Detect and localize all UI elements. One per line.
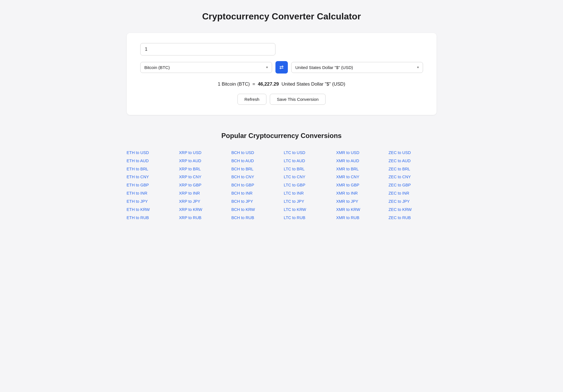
conversion-link[interactable]: ETH to RUB bbox=[127, 215, 149, 220]
from-currency-select[interactable]: Bitcoin (BTC) Ethereum (ETH) Litecoin (L… bbox=[144, 65, 264, 70]
popular-title: Popular Cryptocurrency Conversions bbox=[127, 132, 437, 140]
conversion-link[interactable]: XRP to KRW bbox=[179, 207, 202, 212]
swap-button[interactable]: ⇄ bbox=[275, 61, 288, 74]
conversion-link[interactable]: BCH to USD bbox=[232, 150, 254, 155]
conversion-link[interactable]: ZEC to JPY bbox=[389, 199, 410, 204]
conversion-link[interactable]: ETH to JPY bbox=[127, 199, 148, 204]
conversion-link[interactable]: XRP to AUD bbox=[179, 159, 201, 163]
conversion-link[interactable]: XRP to CNY bbox=[179, 175, 202, 179]
result-currency: United States Dollar "$" (USD) bbox=[281, 81, 345, 87]
result-label: 1 Bitcoin (BTC) bbox=[218, 81, 250, 87]
conversion-link[interactable]: BCH to INR bbox=[232, 191, 253, 195]
conversions-grid: ETH to USDETH to AUDETH to BRLETH to CNY… bbox=[127, 149, 437, 222]
selectors-row: Bitcoin (BTC) Ethereum (ETH) Litecoin (L… bbox=[140, 61, 423, 74]
conversion-link[interactable]: XRP to BRL bbox=[179, 167, 201, 171]
conversion-link[interactable]: XMR to GBP bbox=[336, 183, 359, 187]
conversion-link[interactable]: XMR to RUB bbox=[336, 215, 359, 220]
conversion-link[interactable]: LTC to CNY bbox=[284, 175, 306, 179]
conversion-link[interactable]: ETH to AUD bbox=[127, 159, 149, 163]
conversion-link[interactable]: ZEC to INR bbox=[389, 191, 410, 195]
conversion-link[interactable]: XRP to GBP bbox=[179, 183, 202, 187]
to-currency-wrapper[interactable]: United States Dollar "$" (USD) Euro (EUR… bbox=[291, 62, 423, 73]
conversion-link[interactable]: XRP to INR bbox=[179, 191, 200, 195]
conversion-column: BCH to USDBCH to AUDBCH to BRLBCH to CNY… bbox=[232, 149, 279, 222]
conversion-link[interactable]: ZEC to CNY bbox=[389, 175, 411, 179]
to-currency-select[interactable]: United States Dollar "$" (USD) Euro (EUR… bbox=[295, 65, 415, 70]
amount-input[interactable] bbox=[140, 43, 275, 55]
refresh-button[interactable]: Refresh bbox=[237, 94, 266, 105]
conversion-link[interactable]: LTC to JPY bbox=[284, 199, 304, 204]
conversion-column: ETH to USDETH to AUDETH to BRLETH to CNY… bbox=[127, 149, 175, 222]
conversion-column: LTC to USDLTC to AUDLTC to BRLLTC to CNY… bbox=[284, 149, 332, 222]
from-chevron-icon: ▾ bbox=[266, 65, 268, 69]
swap-icon: ⇄ bbox=[279, 64, 284, 70]
conversion-link[interactable]: BCH to BRL bbox=[232, 167, 253, 171]
save-button[interactable]: Save This Conversion bbox=[270, 94, 326, 105]
conversion-link[interactable]: BCH to CNY bbox=[232, 175, 254, 179]
conversion-link[interactable]: XRP to RUB bbox=[179, 215, 202, 220]
conversion-link[interactable]: ETH to CNY bbox=[127, 175, 149, 179]
conversion-link[interactable]: ETH to INR bbox=[127, 191, 148, 195]
conversion-link[interactable]: ZEC to GBP bbox=[389, 183, 411, 187]
equals-sign: = bbox=[252, 81, 255, 87]
conversion-link[interactable]: ETH to KRW bbox=[127, 207, 150, 212]
conversion-link[interactable]: XRP to JPY bbox=[179, 199, 201, 204]
conversion-link[interactable]: ZEC to KRW bbox=[389, 207, 412, 212]
conversion-link[interactable]: LTC to AUD bbox=[284, 159, 305, 163]
conversion-link[interactable]: BCH to JPY bbox=[232, 199, 253, 204]
converter-card: Bitcoin (BTC) Ethereum (ETH) Litecoin (L… bbox=[127, 33, 437, 115]
conversion-link[interactable]: ZEC to RUB bbox=[389, 215, 411, 220]
conversion-link[interactable]: LTC to GBP bbox=[284, 183, 306, 187]
conversion-link[interactable]: XRP to USD bbox=[179, 150, 202, 155]
conversion-link[interactable]: LTC to KRW bbox=[284, 207, 306, 212]
conversion-link[interactable]: ETH to USD bbox=[127, 150, 149, 155]
conversion-link[interactable]: ZEC to AUD bbox=[389, 159, 411, 163]
conversion-link[interactable]: BCH to RUB bbox=[232, 215, 254, 220]
conversion-link[interactable]: XMR to AUD bbox=[336, 159, 359, 163]
conversion-link[interactable]: LTC to INR bbox=[284, 191, 304, 195]
to-chevron-icon: ▾ bbox=[417, 65, 419, 69]
conversion-link[interactable]: LTC to RUB bbox=[284, 215, 306, 220]
conversion-column: ZEC to USDZEC to AUDZEC to BRLZEC to CNY… bbox=[389, 149, 437, 222]
conversion-link[interactable]: XMR to CNY bbox=[336, 175, 359, 179]
conversion-link[interactable]: LTC to USD bbox=[284, 150, 306, 155]
result-row: 1 Bitcoin (BTC) = 46,227.29 United State… bbox=[140, 81, 423, 87]
conversion-link[interactable]: XMR to INR bbox=[336, 191, 358, 195]
conversion-link[interactable]: XMR to JPY bbox=[336, 199, 358, 204]
conversion-link[interactable]: BCH to GBP bbox=[232, 183, 254, 187]
conversion-link[interactable]: BCH to KRW bbox=[232, 207, 255, 212]
conversion-link[interactable]: ZEC to BRL bbox=[389, 167, 410, 171]
conversion-column: XRP to USDXRP to AUDXRP to BRLXRP to CNY… bbox=[179, 149, 227, 222]
conversion-link[interactable]: XMR to BRL bbox=[336, 167, 359, 171]
conversion-link[interactable]: XMR to USD bbox=[336, 150, 359, 155]
conversion-link[interactable]: XMR to KRW bbox=[336, 207, 360, 212]
conversion-link[interactable]: ETH to GBP bbox=[127, 183, 149, 187]
conversion-column: XMR to USDXMR to AUDXMR to BRLXMR to CNY… bbox=[336, 149, 384, 222]
result-value: 46,227.29 bbox=[258, 81, 279, 87]
conversion-link[interactable]: ETH to BRL bbox=[127, 167, 148, 171]
conversion-link[interactable]: BCH to AUD bbox=[232, 159, 254, 163]
action-buttons: Refresh Save This Conversion bbox=[140, 94, 423, 105]
from-currency-wrapper[interactable]: Bitcoin (BTC) Ethereum (ETH) Litecoin (L… bbox=[140, 62, 272, 73]
conversion-link[interactable]: ZEC to USD bbox=[389, 150, 411, 155]
page-title: Cryptocurrency Converter Calculator bbox=[23, 11, 540, 22]
conversion-link[interactable]: LTC to BRL bbox=[284, 167, 305, 171]
popular-section: Popular Cryptocurrency Conversions ETH t… bbox=[127, 132, 437, 222]
